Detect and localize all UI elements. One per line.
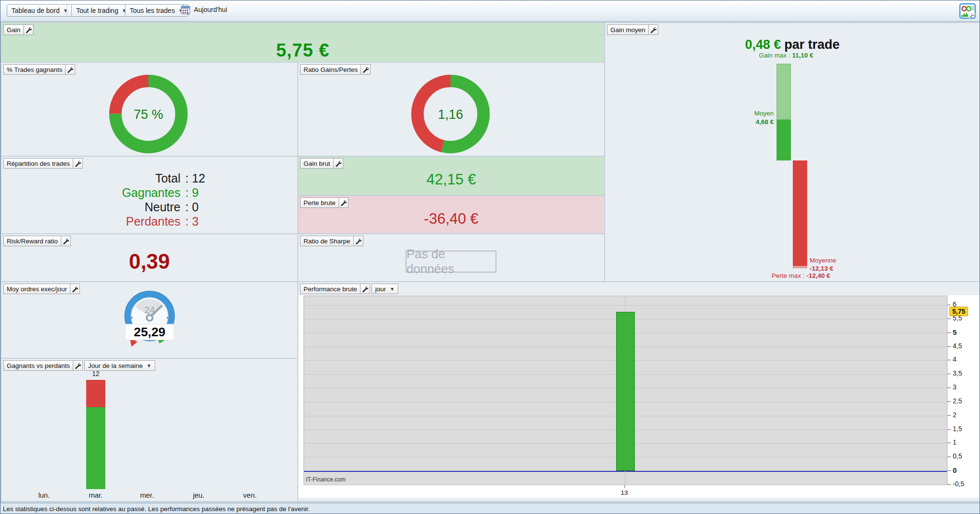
date-selector[interactable]: Aujourd'hui: [180, 4, 227, 15]
panel-ratio-sharpe: Ratio de Sharpe Pas de données: [298, 234, 604, 281]
y-axis-tick-label: 4,5: [953, 342, 962, 350]
performance-period-label: jour: [375, 286, 386, 293]
performance-plot-area: IT-Finance.com: [304, 296, 947, 485]
gvp-period-dropdown[interactable]: Jour de la semaine ▼: [84, 360, 155, 371]
panel-pct-title: % Trades gagnants: [3, 64, 66, 75]
chevron-down-icon: ▼: [390, 286, 394, 292]
wrench-icon[interactable]: [338, 197, 349, 208]
wrench-icon[interactable]: [61, 236, 71, 246]
repartition-row-neutre: Neutre0: [1, 200, 297, 214]
y-axis-tick-label: -0,5: [953, 480, 964, 488]
panel-ratio-gains-pertes: Ratio Gains/Pertes 1,16: [298, 63, 604, 156]
y-axis-tick-label: 5,5: [953, 314, 962, 322]
panel-perte-brute-title: Perte brute: [300, 197, 339, 208]
panel-gain-brut: Gain brut 42,15 €: [298, 157, 604, 195]
y-axis-tick-label: 1,5: [953, 425, 962, 433]
gain-moyen-value: 0,48 €: [745, 37, 781, 52]
ratio-donut-label: 1,16: [412, 107, 489, 122]
panel-risk-reward: Risk/Reward ratio 0,39: [1, 234, 297, 281]
y-axis-tick-label: 2: [953, 411, 957, 419]
dashboard-menu-button[interactable]: Tableau de bord ▼: [7, 4, 73, 17]
bar-total-label: 12: [72, 370, 120, 377]
wrench-icon[interactable]: [70, 284, 80, 294]
trading-scope-label: Tout le trading: [76, 7, 118, 14]
wrench-icon[interactable]: [73, 158, 83, 169]
toolbar: Tableau de bord ▼ Tout le trading ▼ Tous…: [0, 0, 980, 22]
disclaimer-bar: Les statistiques ci-dessus sont relative…: [0, 503, 980, 514]
x-tick-mark: [624, 485, 625, 488]
gain-value: 5,75 €: [1, 40, 604, 61]
trading-scope-menu-button[interactable]: Tout le trading ▼: [71, 4, 132, 17]
panel-perte-brute: Perte brute -36,40 €: [298, 196, 604, 233]
moyen-label: Moyen: [726, 110, 774, 117]
wrench-icon[interactable]: [360, 284, 370, 294]
repartition-row-perdantes: Perdantes3: [1, 214, 297, 228]
panel-moy-ordres-title: Moy ordres exec/jour: [3, 284, 70, 294]
gain-brut-value: 42,15 €: [298, 171, 604, 188]
panel-moy-ordres: Moy ordres exec/jour 24 25,29: [1, 282, 297, 358]
panel-gain-moyen-title: Gain moyen: [607, 24, 649, 35]
today-label: Aujourd'hui: [194, 6, 227, 13]
panel-gvp-title: Gagnants vs perdants: [3, 360, 73, 371]
perte-brute-value: -36,40 €: [298, 210, 604, 228]
repartition-row-gagnantes: Gagnantes9: [1, 185, 297, 200]
y-axis-tick-label: 0: [953, 466, 957, 474]
x-tick-label: 13: [605, 489, 643, 496]
weekday-category-label: ven.: [226, 491, 274, 499]
watermark: IT-Finance.com: [306, 476, 346, 483]
moyenne-value: -12,13 €: [810, 265, 834, 272]
gain-moyen-headline: 0,48 €par trade: [605, 37, 980, 52]
y-axis-tick-label: 0,5: [953, 452, 962, 460]
wrench-icon[interactable]: [23, 24, 34, 35]
trading-dashboard-window: Tableau de bord ▼ Tout le trading ▼ Tous…: [0, 0, 980, 514]
zero-line: [304, 471, 947, 472]
panel-repartition-title: Répartition des trades: [3, 158, 73, 169]
weekday-category-label: jeu.: [175, 491, 223, 499]
wrench-icon[interactable]: [648, 24, 658, 35]
y-axis-tick-label: 3,5: [953, 369, 962, 377]
panel-gain-moyen: Gain moyen 0,48 €par trade Gain max11,10…: [605, 23, 980, 281]
panel-sharpe-title: Ratio de Sharpe: [300, 236, 354, 246]
orders-gauge-icon: 24 25,29: [113, 290, 187, 355]
gvp-period-label: Jour de la semaine: [88, 362, 143, 369]
gridline: [304, 485, 947, 485]
wrench-icon[interactable]: [333, 158, 343, 169]
wrench-icon[interactable]: [353, 236, 363, 246]
panel-gain-brut-title: Gain brut: [300, 158, 334, 169]
dashboard-menu-label: Tableau de bord: [11, 7, 59, 14]
chevron-down-icon: ▼: [146, 363, 151, 368]
y-axis-tick-label: 1: [953, 438, 957, 446]
gain-max-label: Gain max11,10 €: [738, 52, 834, 59]
chevron-down-icon: ▼: [63, 8, 68, 13]
repartition-row-total: Total12: [1, 171, 297, 185]
moyen-value: 4,68 €: [726, 118, 774, 126]
y-axis-tick-label: 2,5: [953, 397, 962, 405]
panel-performance-title: Performance brute: [300, 284, 360, 294]
risk-reward-value: 0,39: [1, 250, 297, 274]
moyenne-label: Moyenne: [810, 257, 836, 264]
weekday-category-label: mer.: [123, 491, 171, 499]
panel-risk-reward-title: Risk/Reward ratio: [3, 236, 61, 246]
trades-filter-label: Tous les trades: [130, 7, 175, 14]
perte-max-label: Perte max-12,40 €: [687, 272, 830, 279]
panel-ratio-title: Ratio Gains/Pertes: [300, 64, 361, 75]
gain-moyen-suffix: par trade: [784, 37, 840, 52]
panel-pct-trades-gagnants: % Trades gagnants 75 %: [1, 63, 297, 156]
repartition-rows: Total12 Gagnantes9 Neutre0 Perdantes3: [1, 171, 297, 228]
panel-gain: Gain 5,75 €: [1, 23, 604, 62]
panel-gain-title: Gain: [3, 24, 24, 35]
trades-filter-menu-button[interactable]: Tous les trades ▼: [125, 4, 188, 17]
toolbar-separator: [67, 3, 67, 18]
panel-performance-brute: Performance brute jour ▼ IT-Finance.com …: [298, 282, 980, 501]
performance-period-dropdown[interactable]: jour ▼: [372, 284, 398, 294]
y-axis-tick-label: 4: [953, 355, 957, 363]
dashboard-settings-icon[interactable]: [959, 2, 976, 20]
gridline: [304, 305, 947, 306]
wrench-icon[interactable]: [73, 360, 83, 371]
wrench-icon[interactable]: [65, 64, 75, 75]
y-axis-tick-label: 5: [953, 328, 957, 336]
weekday-category-label: mar.: [72, 491, 120, 499]
panel-repartition: Répartition des trades Total12 Gagnantes…: [1, 157, 297, 233]
winning-trades-donut-label: 75 %: [110, 107, 187, 122]
wrench-icon[interactable]: [360, 64, 371, 75]
